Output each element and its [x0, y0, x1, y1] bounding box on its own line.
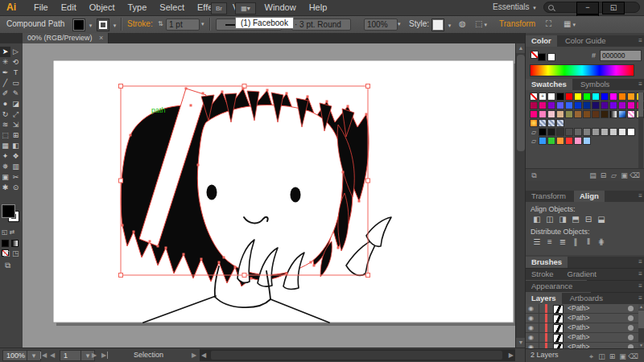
selection-handle[interactable]: [119, 179, 123, 183]
white-swatch[interactable]: [547, 53, 555, 61]
fill-swatch[interactable]: ▾: [72, 19, 92, 30]
swatch[interactable]: [618, 93, 626, 101]
swatch[interactable]: [601, 101, 609, 109]
swatch[interactable]: [556, 119, 564, 127]
layer-row[interactable]: ◉<Path>: [526, 333, 644, 343]
swatch[interactable]: +: [539, 93, 547, 101]
layer-row[interactable]: ◉<Path>: [526, 314, 644, 323]
layer-thumbnail[interactable]: [553, 324, 564, 333]
isolate-icon[interactable]: ▦▾: [564, 19, 576, 30]
shape-builder-tool[interactable]: ⬚: [0, 130, 10, 141]
zoom-dropdown-icon[interactable]: ▾: [27, 350, 41, 361]
lasso-tool[interactable]: ⟲: [10, 57, 21, 68]
scale-tool[interactable]: ⤢: [10, 109, 21, 120]
artboard-canvas[interactable]: path: [23, 43, 515, 348]
document-tab[interactable]: 00% (RGB/Preview) ×: [23, 33, 109, 43]
menu-edit[interactable]: Edit: [55, 0, 83, 14]
black-swatch[interactable]: [538, 53, 546, 61]
screen-mode-icon[interactable]: ⧉: [5, 261, 10, 270]
clipping-mask-icon[interactable]: ◫: [597, 352, 607, 360]
symbol-sprayer-tool[interactable]: ✵: [0, 162, 10, 172]
swatch[interactable]: [627, 101, 635, 109]
swap-fill-stroke-icon[interactable]: ◱ ⇄: [2, 228, 14, 236]
new-swatch-icon[interactable]: ▣: [619, 171, 630, 179]
panel-menu-icon[interactable]: ≡: [638, 270, 642, 278]
menu-type[interactable]: Type: [122, 0, 154, 14]
opacity-arrow[interactable]: ▾: [396, 19, 401, 30]
layers-scroll-up-icon[interactable]: ▲: [638, 304, 644, 310]
distribute-vertical-center-icon[interactable]: ≡: [543, 237, 556, 246]
artboard-tool[interactable]: ▣: [0, 172, 10, 183]
swatch[interactable]: [583, 110, 591, 118]
align-vertical-top-icon[interactable]: ⬒: [569, 215, 582, 224]
swatch[interactable]: [565, 93, 573, 101]
perspective-grid-tool[interactable]: ⊞: [10, 130, 21, 141]
swatch[interactable]: [574, 137, 582, 145]
workspace-switcher[interactable]: Essentials ▾: [493, 2, 536, 11]
swatch[interactable]: [565, 137, 573, 145]
gradient-mode-button[interactable]: [11, 240, 19, 247]
selection-handle[interactable]: [242, 274, 246, 278]
layer-row[interactable]: ◉<Path>: [526, 304, 644, 314]
swatch[interactable]: [618, 110, 626, 118]
face-path[interactable]: [197, 105, 343, 274]
panel-menu-icon[interactable]: ≡: [638, 192, 642, 200]
swatch[interactable]: [547, 110, 555, 118]
tab-color[interactable]: Color: [526, 35, 557, 47]
selection-handle[interactable]: [366, 274, 370, 278]
swatch[interactable]: [618, 128, 626, 136]
fill-proxy[interactable]: [2, 205, 14, 217]
swatch-libraries-icon[interactable]: ⧉: [529, 171, 539, 180]
swatch[interactable]: [627, 93, 635, 101]
align-horizontal-left-icon[interactable]: ◧: [530, 215, 543, 224]
panel-menu-icon[interactable]: ≡: [638, 294, 642, 302]
gradient-tool[interactable]: ◧: [10, 141, 21, 151]
distribute-horizontal-left-icon[interactable]: ∥: [569, 237, 582, 246]
panel-menu-icon[interactable]: ≡: [638, 282, 642, 290]
swatch[interactable]: [601, 110, 609, 118]
swatch[interactable]: [539, 128, 547, 136]
selection-handle[interactable]: [366, 84, 370, 88]
bounding-box-icon[interactable]: ⛶: [546, 19, 551, 30]
swatch[interactable]: [539, 137, 547, 145]
selection-handle[interactable]: [119, 84, 123, 88]
hex-input[interactable]: [600, 50, 642, 61]
swatch[interactable]: [565, 128, 573, 136]
blend-tool[interactable]: ❖: [10, 151, 21, 162]
direct-selection-tool[interactable]: ▷: [10, 47, 21, 57]
delete-swatch-icon[interactable]: ⌫: [630, 171, 640, 179]
new-color-group-icon[interactable]: ▱: [609, 171, 619, 179]
color-spectrum-bar[interactable]: [530, 64, 634, 76]
swatch[interactable]: [530, 110, 538, 118]
swatch[interactable]: [556, 101, 564, 109]
tab-appearance[interactable]: Appearance: [526, 281, 578, 292]
align-horizontal-right-icon[interactable]: ◨: [556, 215, 569, 224]
line-tool[interactable]: ╱: [0, 78, 10, 88]
visibility-eye-icon[interactable]: ◉: [528, 314, 534, 323]
tab-stroke[interactable]: Stroke: [526, 269, 559, 280]
new-layer-icon[interactable]: ▣: [617, 352, 628, 360]
swatch[interactable]: [583, 137, 591, 145]
pencil-tool[interactable]: ✎: [10, 88, 21, 99]
first-artboard-icon[interactable]: ◀: [40, 352, 47, 359]
swatch[interactable]: [574, 110, 582, 118]
swatch[interactable]: [565, 110, 573, 118]
swatch[interactable]: [601, 93, 609, 101]
rotate-tool[interactable]: ↻: [0, 109, 10, 120]
pen-tool[interactable]: ✒: [0, 68, 10, 78]
zoom-tool[interactable]: ⊙: [10, 183, 21, 193]
app-logo[interactable]: Ai: [6, 2, 16, 13]
swatch[interactable]: [574, 101, 582, 109]
swatch-kinds-icon[interactable]: ▤: [588, 171, 598, 179]
bridge-icon[interactable]: Br: [211, 2, 227, 14]
swatch[interactable]: [627, 128, 635, 136]
layers-scroll-thumb[interactable]: [638, 311, 644, 328]
stroke-link[interactable]: Stroke:: [127, 19, 153, 30]
swatch[interactable]: [547, 128, 555, 136]
swatch[interactable]: [574, 93, 582, 101]
menu-help[interactable]: Help: [303, 0, 334, 14]
rectangle-tool[interactable]: ▭: [10, 78, 21, 88]
delete-layer-icon[interactable]: ⌫: [628, 352, 638, 360]
swatch[interactable]: [627, 110, 635, 118]
tab-swatches[interactable]: Swatches: [526, 79, 572, 90]
